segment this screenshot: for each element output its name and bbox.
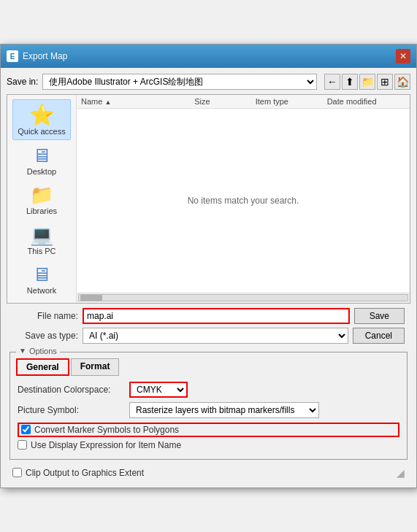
- sidebar-item-quick-access[interactable]: ⭐ Quick access: [12, 99, 71, 140]
- sidebar-quick-access-label: Quick access: [18, 127, 65, 136]
- quick-access-icon: ⭐: [29, 103, 55, 127]
- file-area: Name ▲ Size Item type Date modified No i…: [77, 95, 410, 303]
- clip-output-label: Clip Output to Graphics Extent: [26, 468, 144, 478]
- export-map-dialog: E Export Map ✕ Save in: 使用Adobe Illustra…: [0, 44, 417, 488]
- save-button[interactable]: Save: [354, 308, 405, 324]
- convert-marker-checkbox[interactable]: [21, 425, 31, 434]
- tabs-row: General Format: [16, 358, 401, 376]
- pc-icon: 💻: [30, 224, 53, 247]
- sidebar-libraries-label: Libraries: [26, 207, 57, 216]
- dialog-icon: E: [7, 50, 18, 62]
- file-name-row: File name: Save: [12, 308, 405, 324]
- tab-format[interactable]: Format: [71, 358, 120, 376]
- sidebar-item-desktop[interactable]: 🖥 Desktop: [12, 142, 71, 180]
- resize-handle[interactable]: ◢: [397, 467, 405, 479]
- title-bar: E Export Map ✕: [1, 45, 416, 68]
- title-bar-left: E Export Map: [7, 50, 67, 62]
- sidebar: ⭐ Quick access 🖥 Desktop 📁 Libraries 💻 T…: [7, 95, 77, 303]
- picture-symbol-select[interactable]: Rasterize layers with bitmap markers/fil…: [129, 402, 319, 418]
- horizontal-scrollbar[interactable]: [78, 294, 408, 301]
- col-type-header[interactable]: Item type: [251, 95, 323, 108]
- clip-output-checkbox[interactable]: [12, 468, 22, 477]
- colorspace-label: Destination Colorspace:: [18, 385, 123, 395]
- sidebar-item-this-pc[interactable]: 💻 This PC: [12, 221, 71, 259]
- view-menu-button[interactable]: ⊞: [377, 74, 393, 90]
- sidebar-network-label: Network: [27, 286, 56, 296]
- close-button[interactable]: ✕: [396, 49, 410, 63]
- use-display-row: Use Display Expression for Item Name: [18, 440, 399, 450]
- nav-back-button[interactable]: ←: [324, 74, 340, 90]
- desktop-icon: 🖥: [32, 144, 51, 167]
- options-legend: ▼ Options: [16, 347, 60, 355]
- col-name-header[interactable]: Name ▲: [77, 95, 190, 108]
- cancel-button[interactable]: Cancel: [353, 328, 405, 344]
- dialog-body: Save in: 使用Adobe Illustrator + ArcGIS绘制地…: [1, 68, 416, 487]
- form-area: File name: Save Save as type: AI (*.ai) …: [7, 304, 410, 352]
- convert-marker-label: Convert Marker Symbols to Polygons: [34, 425, 179, 435]
- sidebar-pc-label: This PC: [27, 247, 56, 256]
- colorspace-select[interactable]: CMYK RGB: [129, 382, 188, 398]
- save-as-select[interactable]: AI (*.ai): [83, 328, 348, 344]
- convert-marker-row: Convert Marker Symbols to Polygons: [18, 423, 399, 437]
- home-button[interactable]: 🏠: [394, 74, 410, 90]
- colorspace-row: Destination Colorspace: CMYK RGB: [18, 382, 399, 398]
- empty-message: No items match your search.: [188, 196, 299, 206]
- scroll-thumb: [80, 295, 102, 301]
- tab-general[interactable]: General: [16, 358, 69, 376]
- network-icon: 🖥: [32, 263, 51, 286]
- horizontal-scrollbar-row: [77, 293, 410, 303]
- libraries-icon: 📁: [30, 184, 53, 207]
- clip-output-row: Clip Output to Graphics Extent: [12, 468, 144, 478]
- save-in-row: Save in: 使用Adobe Illustrator + ArcGIS绘制地…: [7, 74, 410, 90]
- sidebar-item-network[interactable]: 🖥 Network: [12, 261, 71, 298]
- options-section: ▼ Options General Format Destination Col…: [9, 352, 408, 460]
- collapse-icon[interactable]: ▼: [19, 347, 26, 355]
- sidebar-desktop-label: Desktop: [27, 167, 56, 177]
- picture-symbol-row: Picture Symbol: Rasterize layers with bi…: [18, 402, 399, 418]
- use-display-checkbox[interactable]: [18, 440, 27, 450]
- save-as-label: Save as type:: [12, 331, 78, 341]
- options-body: Destination Colorspace: CMYK RGB Picture…: [16, 382, 401, 450]
- new-folder-button[interactable]: 📁: [359, 74, 375, 90]
- options-label: Options: [29, 347, 57, 355]
- col-date-header[interactable]: Date modified: [323, 95, 410, 108]
- save-in-select[interactable]: 使用Adobe Illustrator + ArcGIS绘制地图: [42, 74, 317, 90]
- col-size-header[interactable]: Size: [190, 95, 251, 108]
- sidebar-item-libraries[interactable]: 📁 Libraries: [12, 181, 71, 219]
- picture-symbol-label: Picture Symbol:: [18, 405, 123, 415]
- bottom-bar: Clip Output to Graphics Extent ◢: [7, 464, 410, 482]
- file-name-label: File name:: [12, 311, 78, 321]
- main-area: ⭐ Quick access 🖥 Desktop 📁 Libraries 💻 T…: [7, 94, 410, 304]
- file-content-empty: No items match your search.: [77, 109, 410, 293]
- toolbar-buttons: ← ⬆ 📁 ⊞ 🏠: [324, 74, 410, 90]
- file-name-input[interactable]: [83, 308, 350, 324]
- file-header: Name ▲ Size Item type Date modified: [77, 95, 410, 109]
- dialog-title: Export Map: [23, 51, 67, 61]
- nav-up-button[interactable]: ⬆: [342, 74, 358, 90]
- save-as-row: Save as type: AI (*.ai) Cancel: [12, 328, 405, 344]
- save-in-combo: 使用Adobe Illustrator + ArcGIS绘制地图: [42, 74, 317, 90]
- use-display-label: Use Display Expression for Item Name: [31, 440, 181, 450]
- save-in-label: Save in:: [7, 77, 38, 87]
- sort-arrow: ▲: [104, 99, 111, 106]
